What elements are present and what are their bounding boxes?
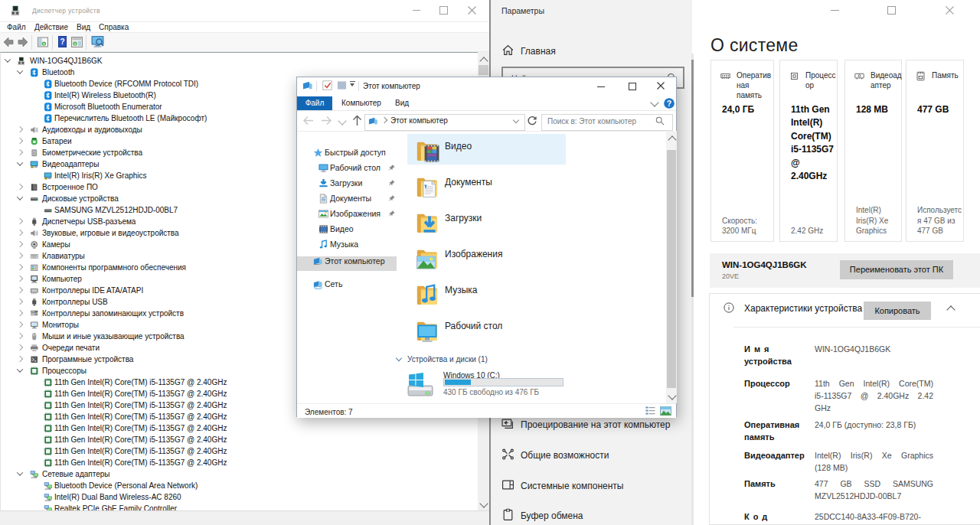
svg-text:?: ? xyxy=(60,38,64,46)
